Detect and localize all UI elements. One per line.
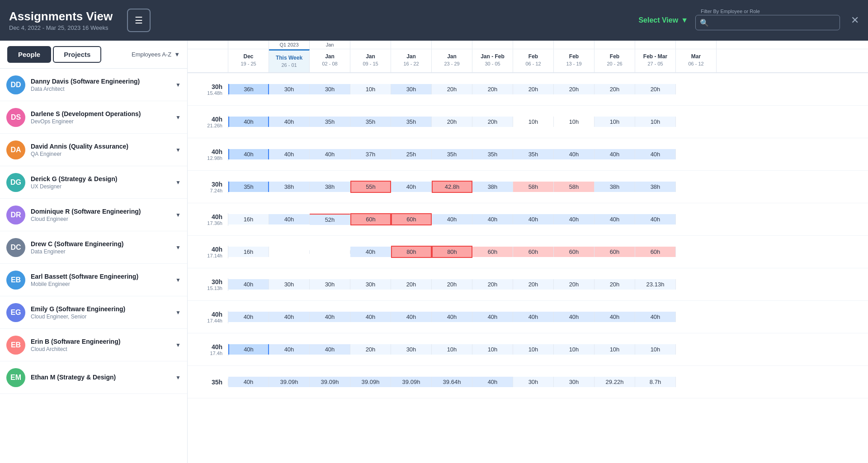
tab-people[interactable]: People [7, 46, 51, 63]
schedule-cell[interactable]: 20h [594, 84, 635, 94]
schedule-cell[interactable]: 25h [391, 149, 432, 159]
expand-arrow-icon[interactable]: ▼ [175, 277, 181, 283]
schedule-cell[interactable]: 40h [391, 312, 432, 322]
list-item[interactable]: DC Drew C (Software Engineering) Data En… [0, 231, 187, 264]
schedule-cell[interactable]: 30h [350, 279, 391, 290]
schedule-cell[interactable]: 58h [513, 182, 554, 192]
schedule-cell[interactable]: 10h [432, 344, 472, 355]
schedule-cell[interactable]: 40h [228, 377, 269, 387]
schedule-cell[interactable]: 60h [635, 247, 676, 257]
list-item[interactable]: DD Danny Davis (Software Engineering) Da… [0, 69, 187, 101]
schedule-cell[interactable]: 40h [432, 214, 472, 224]
schedule-cell[interactable]: 10h [594, 344, 635, 355]
schedule-cell[interactable]: 20h [432, 117, 472, 127]
schedule-cell[interactable]: 58h [554, 182, 594, 192]
schedule-cell[interactable]: 10h [350, 84, 391, 94]
expand-arrow-icon[interactable]: ▼ [175, 244, 181, 251]
schedule-cell[interactable]: 55h [350, 181, 391, 193]
schedule-cell[interactable]: 35h [350, 117, 391, 127]
schedule-cell[interactable]: 40h [228, 149, 269, 159]
schedule-cell[interactable]: 30h [391, 344, 432, 355]
schedule-cell[interactable]: 40h [635, 312, 676, 322]
filter-search-input[interactable] [695, 15, 840, 30]
schedule-cell[interactable]: 10h [513, 344, 554, 355]
schedule-cell[interactable]: 60h [472, 247, 513, 257]
schedule-cell[interactable]: 39.64h [432, 377, 472, 387]
schedule-cell[interactable]: 10h [635, 344, 676, 355]
schedule-cell[interactable]: 39.09h [350, 377, 391, 387]
schedule-cell[interactable]: 40h [350, 247, 391, 257]
schedule-cell[interactable]: 40h [228, 279, 269, 290]
schedule-cell[interactable]: 40h [594, 214, 635, 224]
schedule-cell[interactable]: 40h [391, 182, 432, 192]
list-item[interactable]: EG Emily G (Software Engineering) Cloud … [0, 296, 187, 329]
list-item[interactable]: DR Dominique R (Software Engineering) Cl… [0, 199, 187, 231]
schedule-cell[interactable]: 40h [310, 149, 350, 159]
schedule-cell[interactable]: 40h [269, 312, 310, 322]
schedule-cell[interactable]: 38h [310, 182, 350, 192]
schedule-cell[interactable]: 30h [269, 84, 310, 94]
schedule-cell[interactable]: 20h [391, 279, 432, 290]
list-item[interactable]: DG Derick G (Strategy & Design) UX Desig… [0, 166, 187, 199]
schedule-cell[interactable]: 40h [594, 312, 635, 322]
schedule-cell[interactable]: 20h [432, 84, 472, 94]
schedule-cell[interactable]: 42.8h [432, 181, 472, 193]
schedule-cell[interactable]: 23.13h [635, 279, 676, 290]
list-item[interactable]: EM Ethan M (Strategy & Design) ▼ [0, 361, 187, 394]
schedule-cell[interactable]: 10h [635, 117, 676, 127]
schedule-cell[interactable]: 35h [472, 149, 513, 159]
schedule-cell[interactable]: 39.09h [269, 377, 310, 387]
schedule-cell[interactable]: 36h [228, 84, 269, 94]
schedule-cell[interactable]: 40h [554, 214, 594, 224]
schedule-cell[interactable]: 30h [391, 84, 432, 94]
schedule-cell[interactable]: 38h [472, 182, 513, 192]
schedule-cell[interactable]: 40h [635, 214, 676, 224]
schedule-cell[interactable]: 10h [513, 117, 554, 127]
schedule-cell[interactable]: 20h [472, 117, 513, 127]
schedule-cell[interactable]: 40h [554, 149, 594, 159]
schedule-cell[interactable]: 20h [554, 279, 594, 290]
schedule-cell[interactable]: 40h [228, 117, 269, 127]
schedule-cell[interactable]: 40h [594, 149, 635, 159]
expand-arrow-icon[interactable]: ▼ [175, 374, 181, 381]
schedule-cell[interactable]: 40h [269, 149, 310, 159]
schedule-cell[interactable]: 60h [594, 247, 635, 257]
schedule-cell[interactable]: 40h [554, 312, 594, 322]
list-item[interactable]: DS Darlene S (Development Operations) De… [0, 101, 187, 134]
schedule-cell[interactable]: 52h [310, 214, 350, 225]
schedule-cell[interactable]: 30h [310, 84, 350, 94]
schedule-cell[interactable] [310, 250, 350, 254]
schedule-cell[interactable]: 40h [228, 344, 269, 355]
schedule-cell[interactable]: 38h [594, 182, 635, 192]
schedule-cell[interactable]: 38h [269, 182, 310, 192]
schedule-cell[interactable]: 30h [554, 377, 594, 387]
schedule-cell[interactable]: 60h [554, 247, 594, 257]
schedule-cell[interactable]: 35h [310, 117, 350, 127]
list-item[interactable]: EB Erin B (Software Engineering) Cloud A… [0, 329, 187, 361]
schedule-cell[interactable]: 16h [228, 247, 269, 257]
schedule-cell[interactable]: 60h [391, 213, 432, 225]
schedule-cell[interactable]: 20h [554, 84, 594, 94]
schedule-cell[interactable]: 29.22h [594, 377, 635, 387]
schedule-cell[interactable]: 40h [269, 344, 310, 355]
schedule-cell[interactable]: 38h [635, 182, 676, 192]
schedule-cell[interactable]: 40h [269, 214, 310, 224]
schedule-cell[interactable]: 20h [513, 279, 554, 290]
expand-arrow-icon[interactable]: ▼ [175, 147, 181, 153]
schedule-cell[interactable]: 60h [513, 247, 554, 257]
schedule-cell[interactable]: 35h [391, 117, 432, 127]
expand-arrow-icon[interactable]: ▼ [175, 114, 181, 121]
schedule-cell[interactable]: 80h [391, 246, 432, 258]
schedule-cell[interactable]: 20h [432, 279, 472, 290]
expand-arrow-icon[interactable]: ▼ [175, 179, 181, 186]
schedule-cell[interactable]: 40h [472, 214, 513, 224]
schedule-cell[interactable]: 40h [635, 149, 676, 159]
schedule-cell[interactable]: 40h [350, 312, 391, 322]
schedule-cell[interactable]: 30h [513, 377, 554, 387]
schedule-cell[interactable]: 10h [554, 117, 594, 127]
select-view-button[interactable]: Select View ▼ [638, 16, 688, 24]
schedule-cell[interactable]: 20h [350, 344, 391, 355]
list-item[interactable]: EB Earl Bassett (Software Engineering) M… [0, 264, 187, 296]
filter-icon-button[interactable]: ☰ [127, 9, 151, 32]
schedule-cell[interactable]: 40h [513, 214, 554, 224]
